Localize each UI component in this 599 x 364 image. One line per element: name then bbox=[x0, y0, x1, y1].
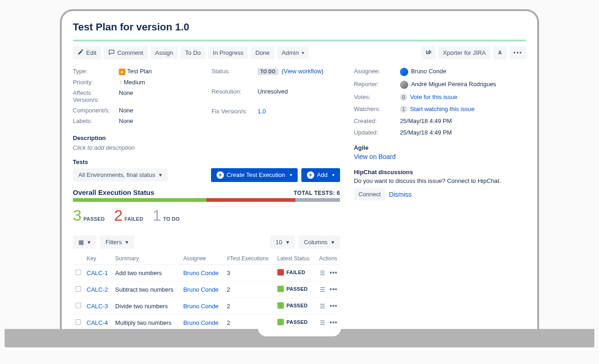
xporter-button[interactable]: Xporter for JIRA bbox=[438, 47, 490, 59]
row-more-button[interactable]: ••• bbox=[329, 286, 337, 293]
failed-count: 2 bbox=[114, 206, 123, 224]
fixversion-value: 1.0 bbox=[258, 108, 340, 124]
row-checkbox[interactable] bbox=[76, 303, 81, 308]
left-pane: Type: ▸Test Plan Priority: ↑Medium Affec… bbox=[73, 68, 340, 329]
fixversion-link[interactable]: 1.0 bbox=[258, 108, 266, 115]
pagesize-dropdown[interactable]: 10▾ bbox=[270, 235, 294, 249]
affects-label: Affects Version/s: bbox=[73, 89, 119, 103]
overall-status-head: Overall Execution Status TOTAL TESTS: 6 bbox=[73, 188, 340, 196]
view-mode-dropdown[interactable]: ▦▾ bbox=[73, 235, 96, 249]
comment-icon bbox=[108, 49, 115, 57]
more-button[interactable]: ••• bbox=[510, 47, 526, 59]
component-value: None bbox=[119, 107, 201, 114]
test-exec-count: 2 bbox=[224, 298, 274, 314]
test-key-link[interactable]: CALC-4 bbox=[87, 319, 108, 326]
overall-status-counts: 3PASSED 2FAILED 1TO DO bbox=[73, 206, 340, 224]
bar-segment-passed bbox=[73, 198, 206, 202]
fixversion-label: Fix Version/s: bbox=[211, 108, 258, 124]
test-key-link[interactable]: CALC-1 bbox=[87, 270, 108, 276]
view-workflow-link[interactable]: View workflow bbox=[283, 68, 321, 75]
row-more-button[interactable]: ••• bbox=[329, 302, 337, 310]
updated-value: 25/May/18 4:49 PM bbox=[400, 129, 526, 136]
vote-link[interactable]: Vote for this issue bbox=[410, 94, 458, 100]
assign-button[interactable]: Assign bbox=[151, 47, 178, 59]
environment-dropdown[interactable]: All Environments, final status ▾ bbox=[73, 168, 168, 182]
row-more-button[interactable]: ••• bbox=[329, 269, 337, 276]
edit-label: Edit bbox=[86, 49, 96, 56]
tests-heading: Tests bbox=[73, 159, 340, 165]
row-detail-button[interactable]: ☰ bbox=[320, 270, 325, 276]
test-assignee-link[interactable]: Bruno Conde bbox=[183, 270, 219, 276]
xporter-label: Xporter for JIRA bbox=[443, 49, 486, 56]
assignee-label: Assignee: bbox=[354, 68, 400, 76]
row-detail-button[interactable]: ☰ bbox=[320, 319, 325, 326]
view-on-board-link[interactable]: View on Board bbox=[354, 153, 396, 160]
test-summary: Multiply two numbers bbox=[112, 314, 181, 329]
resolution-value: Unresolved bbox=[258, 88, 340, 104]
test-summary: Subtract two numbers bbox=[112, 281, 181, 298]
row-checkbox[interactable] bbox=[76, 286, 81, 292]
screen-content: Test Plan for version 1.0 Edit Comment A… bbox=[73, 21, 526, 329]
inprogress-button[interactable]: In Progress bbox=[208, 47, 248, 59]
table-row: CALC-2Subtract two numbersBruno Conde2PA… bbox=[73, 281, 340, 298]
type-label: Type: bbox=[73, 68, 119, 75]
votes-count: 0 bbox=[400, 94, 407, 101]
chevron-down-icon: ▾ bbox=[125, 239, 129, 246]
tests-table: Key Summary Assignee #Test Executions La… bbox=[73, 252, 340, 329]
hipchat-text: Do you want to discuss this issue? Conne… bbox=[354, 177, 526, 184]
description-placeholder[interactable]: Click to add description bbox=[73, 144, 340, 151]
chevron-down-icon: ▾ bbox=[159, 171, 162, 178]
table-row: CALC-1Add two numbersBruno Conde3FAILED☰… bbox=[73, 264, 340, 281]
details-row: Type: ▸Test Plan Priority: ↑Medium Affec… bbox=[73, 68, 340, 127]
chevron-down-icon: ▾ bbox=[302, 50, 304, 55]
col-assignee: Assignee bbox=[181, 252, 224, 265]
component-label: Component/s: bbox=[73, 107, 119, 114]
created-label: Created: bbox=[354, 117, 400, 124]
toolbar-right: Xporter for JIRA ••• bbox=[422, 46, 526, 59]
toolbar: Edit Comment Assign To Do In Progress Do… bbox=[73, 46, 526, 59]
share-button[interactable] bbox=[422, 46, 435, 59]
row-checkbox[interactable] bbox=[76, 319, 81, 325]
updated-label: Updated: bbox=[354, 129, 400, 136]
status-swatch bbox=[277, 302, 284, 309]
votes-label: Votes: bbox=[354, 94, 400, 101]
table-row: CALC-3Divide two numbersBruno Conde2PASS… bbox=[73, 298, 340, 314]
comment-button[interactable]: Comment bbox=[104, 46, 147, 59]
create-test-execution-button[interactable]: + Create Test Execution ▾ bbox=[211, 168, 298, 182]
admin-label: Admin bbox=[282, 49, 299, 56]
test-key-link[interactable]: CALC-2 bbox=[87, 286, 108, 293]
page-title: Test Plan for version 1.0 bbox=[73, 21, 526, 33]
add-test-button[interactable]: + Add ▾ bbox=[301, 168, 340, 182]
bar-segment-todo bbox=[295, 198, 340, 202]
test-assignee-link[interactable]: Bruno Conde bbox=[183, 286, 219, 293]
admin-button[interactable]: Admin ▾ bbox=[277, 47, 309, 59]
watchers-count: 1 bbox=[400, 106, 407, 113]
table-controls: ▦▾ Filters▾ 10▾ Columns▾ bbox=[73, 235, 340, 249]
status-swatch bbox=[277, 319, 284, 325]
hipchat-heading: HipChat discussions bbox=[354, 169, 526, 176]
export-button[interactable] bbox=[493, 46, 507, 59]
test-assignee-link[interactable]: Bruno Conde bbox=[183, 319, 219, 326]
row-detail-button[interactable]: ☰ bbox=[320, 303, 325, 310]
resolution-label: Resolution: bbox=[211, 88, 258, 104]
status-swatch bbox=[277, 286, 284, 292]
latest-status: FAILED bbox=[277, 269, 305, 276]
test-key-link[interactable]: CALC-3 bbox=[87, 303, 108, 310]
row-more-button[interactable]: ••• bbox=[329, 319, 337, 326]
overall-status-title: Overall Execution Status bbox=[73, 188, 154, 196]
todo-button[interactable]: To Do bbox=[181, 47, 206, 59]
test-assignee-link[interactable]: Bruno Conde bbox=[183, 303, 219, 310]
hipchat-dismiss-link[interactable]: Dismiss bbox=[389, 191, 411, 198]
columns-dropdown[interactable]: Columns▾ bbox=[299, 235, 340, 249]
row-detail-button[interactable]: ☰ bbox=[320, 286, 325, 293]
toolbar-left: Edit Comment Assign To Do In Progress Do… bbox=[73, 46, 309, 59]
hipchat-connect-button[interactable]: Connect bbox=[354, 188, 385, 200]
col-actions: Actions bbox=[315, 252, 340, 265]
done-label: Done bbox=[255, 49, 270, 56]
edit-button[interactable]: Edit bbox=[73, 46, 101, 59]
watch-link[interactable]: Start watching this issue bbox=[410, 106, 475, 112]
row-checkbox[interactable] bbox=[76, 270, 81, 275]
done-button[interactable]: Done bbox=[251, 47, 274, 59]
priority-label: Priority: bbox=[73, 79, 119, 86]
filters-dropdown[interactable]: Filters▾ bbox=[100, 235, 134, 249]
